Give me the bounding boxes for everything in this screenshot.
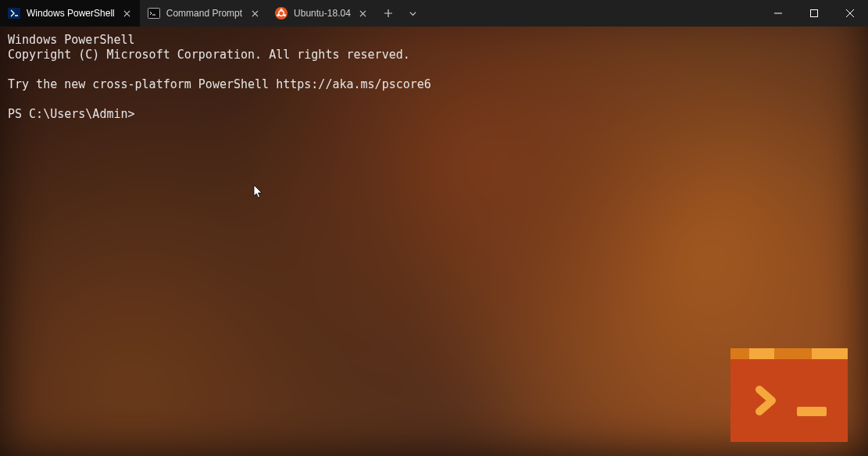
- windows-terminal-logo: [730, 348, 848, 442]
- minimize-button[interactable]: [760, 0, 796, 27]
- terminal-prompt: PS C:\Users\Admin>: [8, 107, 135, 121]
- terminal-line: Try the new cross-platform PowerShell ht…: [8, 77, 431, 91]
- tab-powershell[interactable]: Windows PowerShell: [0, 0, 140, 27]
- powershell-icon: [8, 7, 20, 20]
- tab-label: Ubuntu-18.04: [294, 8, 351, 19]
- cmd-icon: [148, 7, 160, 20]
- titlebar-drag-region[interactable]: [426, 0, 760, 27]
- maximize-button[interactable]: [796, 0, 832, 27]
- ubuntu-icon: [275, 7, 288, 20]
- svg-rect-7: [811, 10, 818, 17]
- tab-label: Command Prompt: [166, 8, 242, 19]
- tab-cmd[interactable]: Command Prompt: [140, 0, 267, 27]
- tab-strip: Windows PowerShell Command Prompt Ubuntu…: [0, 0, 426, 27]
- close-tab-button[interactable]: [248, 7, 261, 20]
- tab-dropdown-button[interactable]: [401, 0, 426, 27]
- svg-rect-1: [148, 9, 159, 19]
- close-window-button[interactable]: [832, 0, 868, 27]
- close-tab-button[interactable]: [121, 7, 134, 20]
- terminal-line: Windows PowerShell: [8, 33, 135, 47]
- window-controls: [760, 0, 868, 27]
- title-bar: Windows PowerShell Command Prompt Ubuntu…: [0, 0, 868, 27]
- tab-ubuntu[interactable]: Ubuntu-18.04: [267, 0, 376, 27]
- terminal-line: Copyright (C) Microsoft Corporation. All…: [8, 48, 410, 62]
- new-tab-button[interactable]: [376, 0, 401, 27]
- close-tab-button[interactable]: [357, 7, 370, 20]
- terminal-output[interactable]: Windows PowerShell Copyright (C) Microso…: [0, 27, 868, 128]
- tab-label: Windows PowerShell: [27, 8, 115, 19]
